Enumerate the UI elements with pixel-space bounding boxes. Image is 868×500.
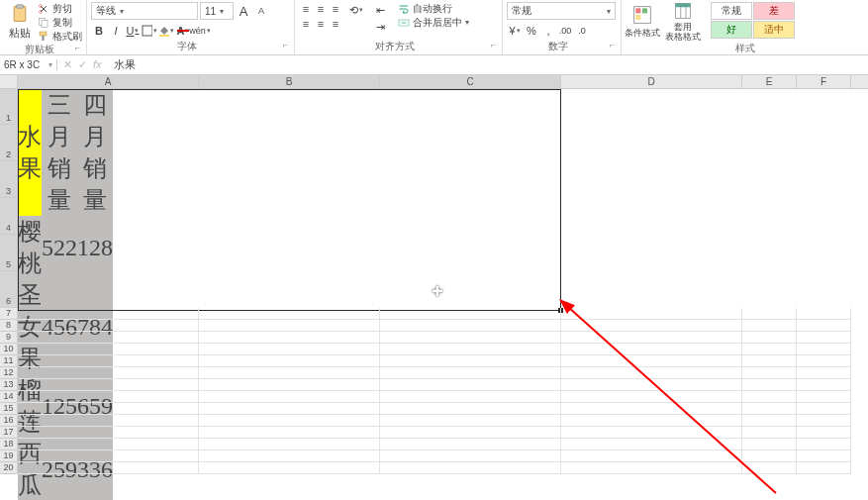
svg-rect-8 [143,26,152,36]
table-cell[interactable]: 128 [77,216,113,279]
column-headers: A B C D E F [0,75,868,89]
table-header[interactable]: 四月销量 [77,89,113,216]
col-header-b[interactable]: B [199,75,380,88]
align-left-button[interactable]: ≡ [299,17,313,31]
fill-color-button[interactable] [158,23,174,39]
font-launcher[interactable]: ⌐ [283,40,288,50]
align-launcher[interactable]: ⌐ [491,40,496,50]
row-headers: 1234567891011121314151617181920 [0,89,18,474]
row-header[interactable]: 4 [0,198,18,235]
wrap-icon [398,3,410,15]
worksheet: A B C D E F 1234567891011121314151617181… [0,75,868,474]
copy-button[interactable]: 复制 [38,16,82,29]
comma-button[interactable]: , [540,23,556,39]
row-header[interactable]: 11 [0,355,18,367]
cancel-icon[interactable]: ✕ [63,58,72,71]
svg-rect-17 [676,4,691,8]
brush-icon [38,31,49,43]
col-header-d[interactable]: D [561,75,742,88]
style-neutral[interactable]: 适中 [753,21,795,39]
col-header-c[interactable]: C [380,75,561,88]
cell-cursor-icon: ✚ [432,283,443,299]
row-header[interactable]: 3 [0,161,18,198]
align-middle-button[interactable]: ≡ [314,2,328,16]
border-icon [142,25,152,37]
shrink-font-button[interactable]: A [253,3,269,19]
italic-button[interactable]: I [108,23,124,39]
select-all-corner[interactable] [0,75,18,88]
table-format-icon [673,2,693,20]
style-good[interactable]: 好 [711,21,752,39]
row-header[interactable]: 1 [0,89,18,125]
row-header[interactable]: 16 [0,415,18,427]
clipboard-icon [10,4,30,24]
row-header[interactable]: 12 [0,367,18,379]
group-styles: 条件格式 套用 表格格式 常规 差 好 适中 样式 [622,0,868,54]
table-header[interactable]: 三月销量 [42,89,77,216]
clipboard-group-label: 剪贴板 [25,44,54,54]
row-header[interactable]: 6 [0,271,18,308]
row-header[interactable]: 20 [0,462,18,474]
number-format-combo[interactable]: 常规▾ [507,2,616,20]
group-clipboard: 粘贴 剪切 复制 格式刷 剪贴板⌐ [0,0,87,54]
underline-button[interactable]: U [125,23,141,39]
conditional-format-button[interactable]: 条件格式 [626,2,659,42]
bucket-icon [158,25,169,37]
row-header[interactable]: 13 [0,379,18,391]
row-header[interactable]: 2 [0,125,18,161]
table-format-button[interactable]: 套用 表格格式 [661,2,705,42]
row-header[interactable]: 10 [0,344,18,355]
formula-input[interactable]: 水果 [108,57,868,72]
fx-icon[interactable]: fx [93,58,102,71]
indent-decrease-button[interactable]: ⇤ [372,2,388,18]
col-header-a[interactable]: A [18,75,199,88]
align-group-label: 对齐方式 [375,41,415,51]
merge-center-button[interactable]: 合并后居中 ▾ [398,16,469,29]
row-header[interactable]: 18 [0,439,18,450]
style-normal[interactable]: 常规 [711,2,752,20]
phonetic-button[interactable]: wén [192,23,208,39]
font-group-label: 字体 [177,41,197,51]
table-cell[interactable]: 522 [42,216,77,279]
grow-font-button[interactable]: A [236,3,251,19]
formula-bar: 6R x 3C▾ ✕ ✓ fx 水果 [0,55,868,75]
orientation-button[interactable]: ⟲ [348,2,364,18]
table-cell[interactable]: 樱桃 [18,216,42,279]
row-header[interactable]: 9 [0,332,18,344]
clipboard-launcher[interactable]: ⌐ [75,43,80,52]
align-center-button[interactable]: ≡ [314,17,328,31]
indent-increase-button[interactable]: ⇥ [372,19,388,35]
svg-rect-9 [159,35,169,37]
wrap-text-button[interactable]: 自动换行 [398,2,469,15]
percent-button[interactable]: % [524,23,539,39]
font-name-combo[interactable]: 等线▾ [91,2,198,20]
align-top-button[interactable]: ≡ [299,2,313,16]
border-button[interactable] [142,23,157,39]
row-header[interactable]: 5 [0,235,18,271]
name-box[interactable]: 6R x 3C▾ [0,59,57,70]
group-font: 等线▾ 11▾ A A B I U A wén 字体⌐ [87,0,295,54]
align-right-button[interactable]: ≡ [329,17,342,31]
decrease-decimal-button[interactable]: .0 [574,23,590,39]
table-header[interactable]: 水果 [18,89,42,216]
row-header[interactable]: 17 [0,427,18,439]
row-header[interactable]: 7 [0,308,18,320]
style-bad[interactable]: 差 [753,2,795,20]
row-header[interactable]: 15 [0,403,18,415]
increase-decimal-button[interactable]: .00 [557,23,573,39]
col-header-f[interactable]: F [797,75,851,88]
bold-button[interactable]: B [91,23,107,39]
number-launcher[interactable]: ⌐ [610,40,615,50]
row-header[interactable]: 19 [0,450,18,462]
confirm-icon[interactable]: ✓ [78,58,87,71]
format-painter-button[interactable]: 格式刷 [38,30,82,43]
align-bottom-button[interactable]: ≡ [329,2,342,16]
svg-rect-15 [635,15,640,20]
row-header[interactable]: 14 [0,391,18,403]
paste-button[interactable]: 粘贴 [4,2,36,42]
col-header-e[interactable]: E [742,75,797,88]
accounting-button[interactable]: ¥ [507,23,523,39]
cut-button[interactable]: 剪切 [38,2,82,15]
font-size-combo[interactable]: 11▾ [200,2,234,20]
row-header[interactable]: 8 [0,320,18,332]
